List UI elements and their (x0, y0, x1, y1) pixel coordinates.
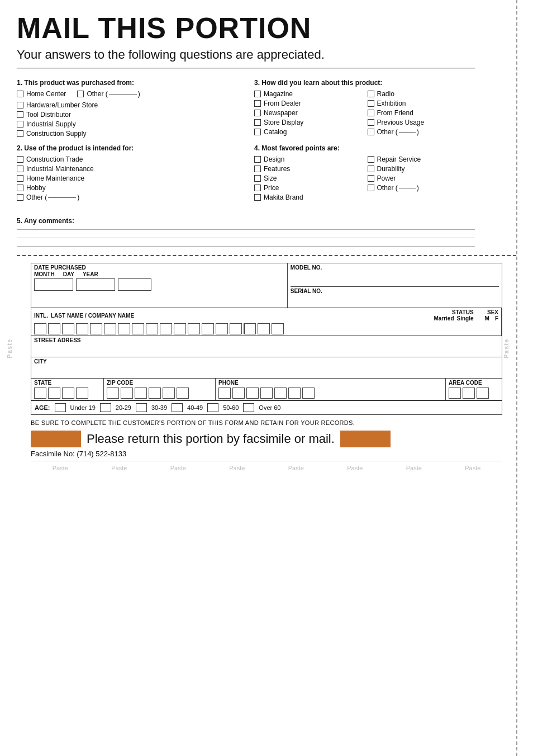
checkbox-home-center[interactable] (17, 91, 23, 97)
checkbox-industrial-supply[interactable] (17, 121, 23, 127)
bottom-paste-8: Paste (465, 465, 480, 471)
checkbox-features[interactable] (254, 166, 261, 172)
city-row: CITY (31, 357, 502, 379)
checkbox-other-q2[interactable] (17, 194, 23, 201)
question-2: 2. Use of the product is intended for: C… (17, 144, 237, 201)
checkbox-repair[interactable] (368, 156, 374, 163)
question-1: 1. This product was purchased from: Home… (17, 79, 237, 138)
bottom-note: BE SURE TO COMPLETE THE CUSTOMER'S PORTI… (31, 419, 502, 426)
checkbox-exhibition[interactable] (368, 100, 374, 107)
checkbox-power[interactable] (368, 175, 374, 182)
orange-box-right (340, 431, 391, 447)
fax-section: Please return this portion by facsimile … (31, 431, 502, 447)
orange-box-left (31, 431, 81, 447)
bottom-paste-2: Paste (111, 465, 127, 471)
bottom-paste-3: Paste (170, 465, 186, 471)
checkbox-from-dealer[interactable] (254, 100, 261, 107)
age-box-over60[interactable] (243, 403, 254, 412)
checkbox-prev-usage[interactable] (368, 119, 374, 126)
age-row: AGE: Under 19 20-29 30-39 40-49 50-60 Ov… (31, 400, 502, 414)
date-purchased-label: DATE PURCHASED MONTH DAY YEAR (31, 263, 288, 308)
checkbox-construction-trade[interactable] (17, 156, 23, 163)
age-box-50-60[interactable] (207, 403, 218, 412)
checkbox-other-q1[interactable] (77, 91, 84, 97)
bottom-paste-1: Paste (53, 465, 68, 471)
question-3: 3. How did you learn about this product:… (254, 79, 475, 138)
street-row: STREET ADRESS (31, 336, 502, 357)
checkbox-from-friend[interactable] (368, 110, 374, 116)
checkbox-hobby[interactable] (17, 185, 23, 191)
paste-left-4: Paste (7, 338, 13, 358)
checkbox-durability[interactable] (368, 166, 374, 172)
fax-number: Facsimile No: (714) 522-8133 (31, 450, 502, 458)
checkbox-tool-dist[interactable] (17, 111, 23, 118)
bottom-paste-5: Paste (288, 465, 304, 471)
checkbox-price[interactable] (254, 185, 261, 191)
question-4: 4. Most favored points are: Design Featu… (254, 144, 475, 203)
checkbox-other-q3[interactable] (368, 129, 374, 135)
checkbox-store-display[interactable] (254, 119, 261, 126)
paste-right-4: Paste (503, 338, 510, 358)
checkbox-other-q4[interactable] (368, 185, 374, 191)
main-title: MAIL THIS PORTION (17, 11, 475, 45)
bottom-paste-7: Paste (406, 465, 422, 471)
checkbox-magazine[interactable] (254, 91, 261, 97)
checkbox-industrial-maint[interactable] (17, 166, 23, 172)
age-box-30-39[interactable] (136, 403, 147, 412)
checkbox-construction-supply[interactable] (17, 130, 23, 137)
bottom-paste-6: Paste (347, 465, 363, 471)
checkbox-design[interactable] (254, 156, 261, 163)
age-box-20-29[interactable] (100, 403, 111, 412)
checkbox-makita[interactable] (254, 194, 261, 201)
checkbox-size[interactable] (254, 175, 261, 182)
checkbox-home-maint[interactable] (17, 175, 23, 182)
checkbox-catalog[interactable] (254, 129, 261, 135)
lower-form: DATE PURCHASED MONTH DAY YEAR MODEL NO. … (31, 263, 502, 415)
bottom-paste-4: Paste (229, 465, 245, 471)
checkbox-newspaper[interactable] (254, 110, 261, 116)
return-text: Please return this portion by facsimile … (87, 432, 335, 446)
subtitle: Your answers to the following questions … (17, 48, 475, 69)
checkbox-radio[interactable] (368, 91, 374, 97)
checkbox-hardware[interactable] (17, 102, 23, 108)
age-box-40-49[interactable] (172, 403, 183, 412)
model-no-section: MODEL NO. SERIAL NO. (288, 263, 502, 308)
age-box-under19[interactable] (55, 403, 66, 412)
bottom-paste-row: Paste Paste Paste Paste Paste Paste Past… (31, 461, 502, 474)
comments-section: 5. Any comments: (17, 217, 475, 247)
